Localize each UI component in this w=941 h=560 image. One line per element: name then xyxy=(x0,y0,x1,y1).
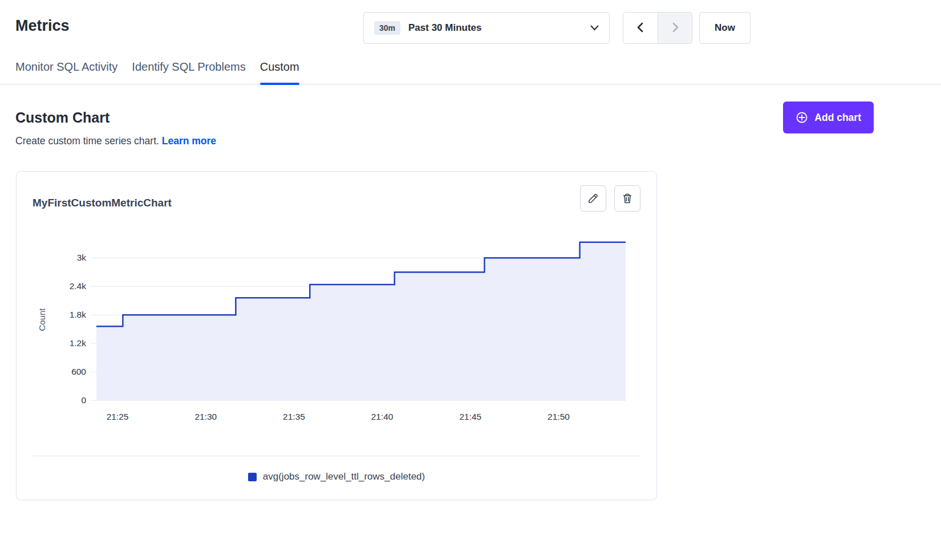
card-divider xyxy=(33,456,640,456)
tab-identify-sql-problems[interactable]: Identify SQL Problems xyxy=(132,57,245,84)
chart-area-fill xyxy=(96,242,626,400)
y-tick-label: 600 xyxy=(71,367,86,376)
chevron-left-icon xyxy=(636,22,645,34)
next-time-button[interactable] xyxy=(658,13,692,43)
metrics-tabs: Monitor SQL Activity Identify SQL Proble… xyxy=(0,57,941,84)
chevron-right-icon xyxy=(671,22,680,34)
add-chart-button-label: Add chart xyxy=(814,112,861,124)
chart-title: MyFirstCustomMetricChart xyxy=(33,197,172,209)
x-tick-label: 21:25 xyxy=(107,412,129,421)
custom-metric-chart-card: MyFirstCustomMetricChart 06001.2k1.8k2.4… xyxy=(16,171,657,500)
page-title: Metrics xyxy=(15,17,70,35)
legend-swatch xyxy=(248,473,257,481)
time-range-badge: 30m xyxy=(374,21,400,35)
x-tick-label: 21:45 xyxy=(459,412,481,421)
y-axis-label: Count xyxy=(37,308,47,331)
y-tick-label: 2.4k xyxy=(70,281,87,291)
time-range-label: Past 30 Minutes xyxy=(408,22,482,34)
trash-icon xyxy=(622,193,633,204)
x-tick-label: 21:30 xyxy=(194,412,217,421)
x-tick-label: 21:40 xyxy=(371,412,394,421)
x-tick-label: 21:35 xyxy=(283,412,305,421)
y-tick-label: 0 xyxy=(81,395,86,405)
legend-label: avg(jobs_row_level_ttl_rows_deleted) xyxy=(263,471,425,482)
page-header: Metrics 30m Past 30 Minutes Now xyxy=(0,0,941,57)
y-tick-label: 1.2k xyxy=(70,338,87,348)
pencil-icon xyxy=(587,193,599,204)
chart-actions xyxy=(580,185,640,212)
custom-chart: 06001.2k1.8k2.4k3k21:2521:3021:3521:4021… xyxy=(33,222,640,436)
delete-chart-button[interactable] xyxy=(614,185,640,212)
tab-monitor-sql-activity[interactable]: Monitor SQL Activity xyxy=(15,57,117,84)
now-button[interactable]: Now xyxy=(699,12,751,44)
custom-chart-svg: 06001.2k1.8k2.4k3k21:2521:3021:3521:4021… xyxy=(33,222,635,434)
chevron-down-icon xyxy=(590,25,599,31)
time-range-dropdown[interactable]: 30m Past 30 Minutes xyxy=(363,12,610,44)
section-description: Create custom time series chart. Learn m… xyxy=(15,135,926,147)
chart-legend: avg(jobs_row_level_ttl_rows_deleted) xyxy=(33,471,640,482)
prev-time-button[interactable] xyxy=(623,13,658,43)
y-tick-label: 1.8k xyxy=(70,310,87,319)
y-tick-label: 3k xyxy=(77,253,87,262)
custom-chart-section: Custom Chart Create custom time series c… xyxy=(0,109,941,147)
time-nav-group xyxy=(623,12,692,44)
add-chart-button[interactable]: Add chart xyxy=(783,102,874,133)
learn-more-link[interactable]: Learn more xyxy=(162,135,216,147)
edit-chart-button[interactable] xyxy=(580,185,606,212)
plus-circle-icon xyxy=(796,111,808,124)
section-description-text: Create custom time series chart. xyxy=(15,135,159,147)
chart-card-header: MyFirstCustomMetricChart xyxy=(33,185,640,212)
x-tick-label: 21:50 xyxy=(547,412,570,421)
tab-custom[interactable]: Custom xyxy=(260,57,299,84)
